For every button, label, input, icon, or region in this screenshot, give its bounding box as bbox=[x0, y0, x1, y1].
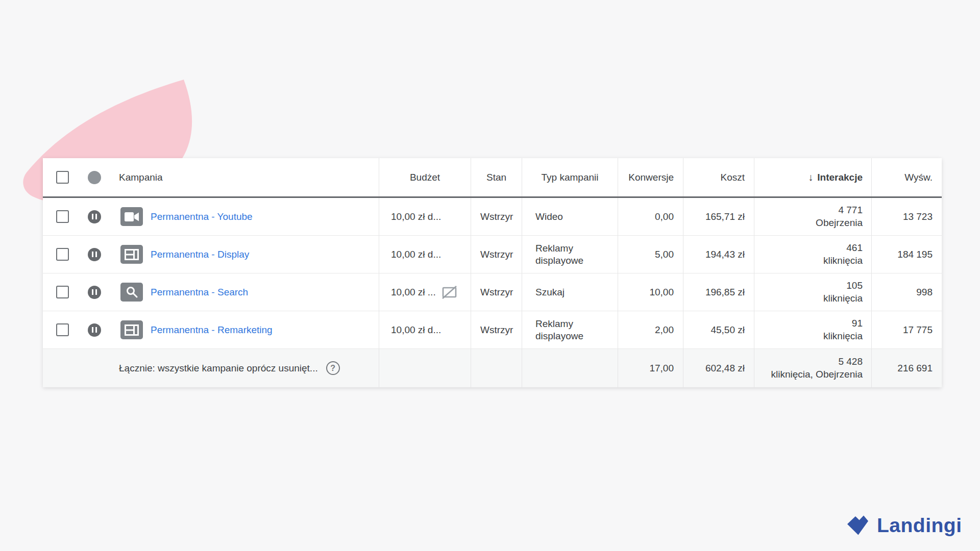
campaign-type-cell: Szukaj bbox=[522, 273, 618, 311]
table-row: Permanentna - Remarketing 10,00 zł d... … bbox=[43, 311, 942, 349]
column-header-konwersje[interactable]: Konwersje bbox=[618, 158, 683, 196]
totals-conversions: 17,00 bbox=[618, 349, 683, 387]
landingi-logo-icon bbox=[846, 515, 870, 536]
campaign-type-cell: Reklamy displayowe bbox=[522, 236, 618, 273]
table-row: Permanentna - Youtube 10,00 zł d... Wstr… bbox=[43, 198, 942, 236]
budget-text: 10,00 zł ... bbox=[391, 287, 436, 298]
paused-status-icon[interactable] bbox=[88, 210, 101, 223]
display-campaign-icon bbox=[120, 320, 143, 339]
video-campaign-icon bbox=[120, 207, 143, 226]
cost-cell: 196,85 zł bbox=[683, 273, 754, 311]
state-cell: Wstrzyr bbox=[471, 273, 522, 311]
conversions-cell: 2,00 bbox=[618, 311, 683, 348]
cost-cell: 194,43 zł bbox=[683, 236, 754, 273]
row-checkbox[interactable] bbox=[56, 323, 69, 336]
impressions-cell: 13 723 bbox=[871, 198, 942, 235]
interactions-label: kliknięcia, Obejrzenia bbox=[771, 368, 863, 381]
totals-label: Łącznie: wszystkie kampanie oprócz usuni… bbox=[119, 363, 318, 374]
totals-impressions: 216 691 bbox=[871, 349, 942, 387]
interactions-cell: 91 kliknięcia bbox=[754, 311, 871, 348]
column-header-label: Kampania bbox=[119, 172, 163, 183]
interactions-cell: 4 771 Obejrzenia bbox=[754, 198, 871, 235]
budget-cell: 10,00 zł d... bbox=[379, 311, 471, 348]
column-header-label: Interakcje bbox=[817, 172, 863, 183]
interactions-label: kliknięcia bbox=[823, 255, 863, 267]
header-checkbox-cell bbox=[43, 158, 82, 196]
interactions-label: kliknięcia bbox=[823, 330, 863, 343]
totals-cost: 602,48 zł bbox=[683, 349, 754, 387]
interactions-label: Obejrzenia bbox=[816, 217, 863, 230]
campaign-link[interactable]: Permanentna - Display bbox=[151, 249, 249, 260]
totals-row: Łącznie: wszystkie kampanie oprócz usuni… bbox=[43, 349, 942, 387]
cost-cell: 165,71 zł bbox=[683, 198, 754, 235]
impressions-cell: 998 bbox=[871, 273, 942, 311]
status-filter-icon[interactable] bbox=[88, 171, 101, 184]
select-all-checkbox[interactable] bbox=[56, 171, 69, 184]
column-header-label: Koszt bbox=[720, 172, 745, 183]
interactions-value: 4 771 bbox=[816, 204, 863, 217]
state-cell: Wstrzyr bbox=[471, 311, 522, 348]
row-checkbox[interactable] bbox=[56, 286, 69, 298]
campaign-link[interactable]: Permanentna - Remarketing bbox=[151, 324, 273, 336]
interactions-label: kliknięcia bbox=[823, 292, 863, 305]
table-row: Permanentna - Display 10,00 zł d... Wstr… bbox=[43, 236, 942, 273]
column-header-label: Typ kampanii bbox=[542, 172, 599, 183]
totals-interactions: 5 428 kliknięcia, Obejrzenia bbox=[754, 349, 871, 387]
conversions-cell: 10,00 bbox=[618, 273, 683, 311]
conversions-cell: 0,00 bbox=[618, 198, 683, 235]
campaign-link[interactable]: Permanentna - Youtube bbox=[151, 211, 253, 222]
interactions-cell: 461 kliknięcia bbox=[754, 236, 871, 273]
table-row: Permanentna - Search 10,00 zł ... Wstrzy… bbox=[43, 273, 942, 311]
paused-status-icon[interactable] bbox=[88, 323, 101, 337]
campaign-type-cell: Reklamy displayowe bbox=[522, 311, 618, 348]
interactions-value: 91 bbox=[823, 317, 863, 330]
row-checkbox[interactable] bbox=[56, 210, 69, 223]
column-header-wysw[interactable]: Wyśw. bbox=[871, 158, 942, 196]
column-header-interakcje[interactable]: ↓ Interakcje bbox=[754, 158, 871, 196]
budget-cell: 10,00 zł d... bbox=[379, 236, 471, 273]
paused-status-icon[interactable] bbox=[88, 286, 101, 299]
campaigns-table: Kampania Budżet Stan Typ kampanii Konwer… bbox=[43, 158, 942, 387]
state-cell: Wstrzyr bbox=[471, 198, 522, 235]
column-header-budzet[interactable]: Budżet bbox=[379, 158, 471, 196]
campaign-link[interactable]: Permanentna - Search bbox=[151, 287, 248, 298]
conversions-cell: 5,00 bbox=[618, 236, 683, 273]
column-header-typ-kampanii[interactable]: Typ kampanii bbox=[522, 158, 618, 196]
display-campaign-icon bbox=[120, 245, 143, 264]
column-header-label: Budżet bbox=[410, 172, 440, 183]
landingi-logo-text: Landingi bbox=[877, 514, 962, 537]
interactions-value: 105 bbox=[823, 280, 863, 292]
paused-status-icon[interactable] bbox=[88, 248, 101, 261]
column-header-kampania[interactable]: Kampania bbox=[117, 158, 379, 196]
landingi-logo: Landingi bbox=[846, 514, 962, 537]
campaign-type-cell: Wideo bbox=[522, 198, 618, 235]
column-header-label: Wyśw. bbox=[904, 172, 933, 183]
row-checkbox[interactable] bbox=[56, 248, 69, 261]
state-cell: Wstrzyr bbox=[471, 236, 522, 273]
interactions-value: 5 428 bbox=[771, 356, 863, 368]
column-header-koszt[interactable]: Koszt bbox=[683, 158, 754, 196]
cost-cell: 45,50 zł bbox=[683, 311, 754, 348]
help-icon[interactable]: ? bbox=[326, 361, 340, 375]
interactions-cell: 105 kliknięcia bbox=[754, 273, 871, 311]
column-header-label: Stan bbox=[486, 172, 506, 183]
bid-strategy-excluded-icon bbox=[441, 285, 458, 300]
budget-cell: 10,00 zł ... bbox=[379, 273, 471, 311]
table-header-row: Kampania Budżet Stan Typ kampanii Konwer… bbox=[43, 158, 942, 198]
interactions-value: 461 bbox=[823, 242, 863, 255]
budget-cell: 10,00 zł d... bbox=[379, 198, 471, 235]
header-status-cell bbox=[82, 158, 117, 196]
sort-descending-icon: ↓ bbox=[808, 171, 813, 183]
impressions-cell: 17 775 bbox=[871, 311, 942, 348]
column-header-label: Konwersje bbox=[628, 172, 674, 183]
totals-label-cell: Łącznie: wszystkie kampanie oprócz usuni… bbox=[117, 349, 379, 387]
impressions-cell: 184 195 bbox=[871, 236, 942, 273]
search-campaign-icon bbox=[120, 283, 143, 302]
column-header-stan[interactable]: Stan bbox=[471, 158, 522, 196]
